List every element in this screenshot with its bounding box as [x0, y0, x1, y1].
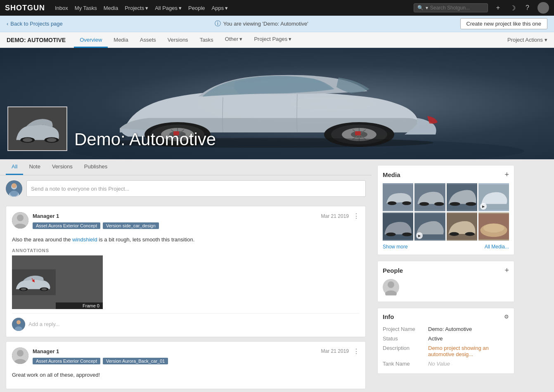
- info-settings-icon[interactable]: ⚙: [504, 314, 509, 320]
- media-add-button[interactable]: +: [504, 170, 509, 179]
- nav-people[interactable]: People: [188, 5, 205, 11]
- search-icon: 🔍: [417, 5, 424, 11]
- svg-point-53: [386, 232, 396, 236]
- reply-avatar: [12, 318, 25, 331]
- tab-versions[interactable]: Versions: [162, 32, 194, 48]
- feed-tab-all[interactable]: All: [6, 159, 23, 175]
- create-new-project-button[interactable]: Create new project like this one: [460, 18, 547, 29]
- main-content-area: All Note Versions Publishes Send a note …: [0, 159, 554, 392]
- nav-media[interactable]: Media: [104, 5, 118, 11]
- svg-point-37: [17, 320, 21, 324]
- card-author-info: Manager 1 Mar 21 2019 ⋮ Asset Aurora Ext…: [33, 212, 360, 232]
- current-user-avatar: [6, 180, 22, 197]
- media-thumb[interactable]: [414, 183, 445, 211]
- svg-point-50: [466, 202, 476, 206]
- tab-media[interactable]: Media: [108, 32, 134, 48]
- annotation-thumbnail[interactable]: Frame 0: [12, 255, 103, 309]
- all-media-link[interactable]: All Media...: [485, 244, 509, 250]
- svg-point-22: [47, 138, 56, 142]
- reply-area: Add a reply...: [12, 313, 360, 331]
- card-text: Great work on all of these, approved!: [12, 371, 360, 379]
- help-icon[interactable]: ?: [524, 3, 531, 12]
- info-icon: ⓘ: [215, 20, 221, 28]
- dark-mode-icon[interactable]: ☽: [508, 3, 517, 13]
- annotation-car-svg: [12, 255, 56, 309]
- nav-my-tasks[interactable]: My Tasks: [75, 5, 97, 11]
- add-button[interactable]: +: [495, 3, 502, 12]
- card-more-button[interactable]: ⋮: [353, 347, 360, 355]
- hero-banner: Demo: Automotive: [0, 48, 554, 159]
- people-add-button[interactable]: +: [504, 266, 509, 275]
- feed-tab-versions[interactable]: Versions: [46, 159, 78, 175]
- back-to-projects-link[interactable]: ‹ Back to Projects page: [7, 21, 63, 27]
- card-date: Mar 21 2019: [321, 213, 349, 219]
- svg-point-40: [17, 350, 24, 357]
- media-thumb[interactable]: [447, 183, 477, 211]
- projects-chevron-icon: ▾: [145, 5, 148, 11]
- card-tags: Asset Aurora Exterior Concept Version si…: [33, 222, 360, 229]
- nav-all-pages[interactable]: All Pages ▾: [155, 5, 182, 11]
- svg-point-35: [41, 288, 47, 290]
- media-thumb[interactable]: [478, 213, 509, 241]
- info-label: Tank Name: [383, 361, 428, 367]
- thumbnail-car-svg: [8, 106, 66, 151]
- media-thumb[interactable]: [447, 213, 477, 241]
- media-section-header: Media +: [383, 170, 509, 179]
- feed-tab-note[interactable]: Note: [23, 159, 46, 175]
- media-thumb[interactable]: [383, 183, 413, 211]
- play-icon[interactable]: ▶: [480, 203, 487, 210]
- svg-point-44: [402, 201, 411, 205]
- note-placeholder-text: Send a note to everyone on this Project.…: [31, 186, 129, 192]
- tab-assets[interactable]: Assets: [134, 32, 162, 48]
- activity-card: Manager 1 Mar 21 2019 ⋮ Asset Aurora Ext…: [6, 341, 366, 390]
- app-logo[interactable]: SHOTGUN: [5, 4, 45, 12]
- show-more-link[interactable]: Show more: [383, 244, 408, 250]
- media-thumb[interactable]: ▶: [414, 213, 445, 241]
- tab-overview[interactable]: Overview: [74, 32, 108, 48]
- people-section-title: People: [383, 267, 403, 274]
- media-thumb[interactable]: ▶: [478, 183, 509, 211]
- svg-rect-16: [355, 131, 361, 135]
- nav-apps[interactable]: Apps ▾: [212, 5, 228, 11]
- svg-point-54: [402, 232, 412, 236]
- search-input[interactable]: [430, 5, 488, 11]
- note-input-box[interactable]: Send a note to everyone on this Project.…: [26, 180, 366, 197]
- svg-point-49: [450, 202, 460, 206]
- card-header: Manager 1 Mar 21 2019 ⋮ Asset Aurora Ext…: [12, 212, 360, 232]
- tab-project-pages[interactable]: Project Pages ▾: [248, 32, 297, 48]
- hero-thumbnail[interactable]: [7, 106, 67, 151]
- tab-tasks[interactable]: Tasks: [194, 32, 219, 48]
- tag-asset[interactable]: Asset Aurora Exterior Concept: [33, 358, 100, 364]
- info-row: Project Name Demo: Automotive: [383, 324, 509, 334]
- nav-inbox[interactable]: Inbox: [55, 5, 68, 11]
- card-tags: Asset Aurora Exterior Concept Version Au…: [33, 358, 360, 364]
- annotations-label: ANNOTATIONS: [12, 248, 360, 253]
- tag-asset[interactable]: Asset Aurora Exterior Concept: [33, 222, 100, 229]
- project-title: DEMO: AUTOMOTIVE: [7, 37, 66, 43]
- reply-input-text[interactable]: Add a reply...: [28, 321, 60, 327]
- user-avatar[interactable]: [537, 2, 549, 14]
- media-thumb[interactable]: [383, 213, 413, 241]
- nav-projects[interactable]: Projects ▾: [125, 5, 148, 11]
- card-more-button[interactable]: ⋮: [353, 212, 360, 220]
- global-search-bar[interactable]: 🔍 ▾: [414, 3, 488, 12]
- info-value[interactable]: Demo project showing an automotive desig…: [428, 345, 509, 357]
- feed-area: All Note Versions Publishes Send a note …: [0, 159, 372, 392]
- media-grid: ▶ ▶: [383, 183, 509, 241]
- info-section-title: Info: [383, 313, 394, 320]
- tag-version[interactable]: Version side_car_design: [103, 222, 159, 229]
- card-author-name[interactable]: Manager 1: [33, 348, 59, 354]
- tab-other[interactable]: Other ▾: [219, 32, 249, 48]
- search-dropdown-btn[interactable]: ▾: [426, 5, 428, 11]
- tag-version[interactable]: Version Aurora_Back_car_01: [103, 358, 168, 364]
- project-actions-button[interactable]: Project Actions ▾: [507, 37, 547, 43]
- project-actions-chevron-icon: ▾: [545, 37, 547, 43]
- info-value: Demo: Automotive: [428, 326, 509, 332]
- back-arrow-icon: ‹: [7, 21, 8, 27]
- card-author-name[interactable]: Manager 1: [33, 213, 59, 219]
- current-user-avatar-svg: [6, 180, 22, 197]
- svg-point-43: [388, 201, 397, 205]
- feed-tab-publishes[interactable]: Publishes: [78, 159, 113, 175]
- project-pages-chevron-icon: ▾: [289, 31, 291, 47]
- project-navigation: DEMO: AUTOMOTIVE Overview Media Assets V…: [0, 32, 554, 48]
